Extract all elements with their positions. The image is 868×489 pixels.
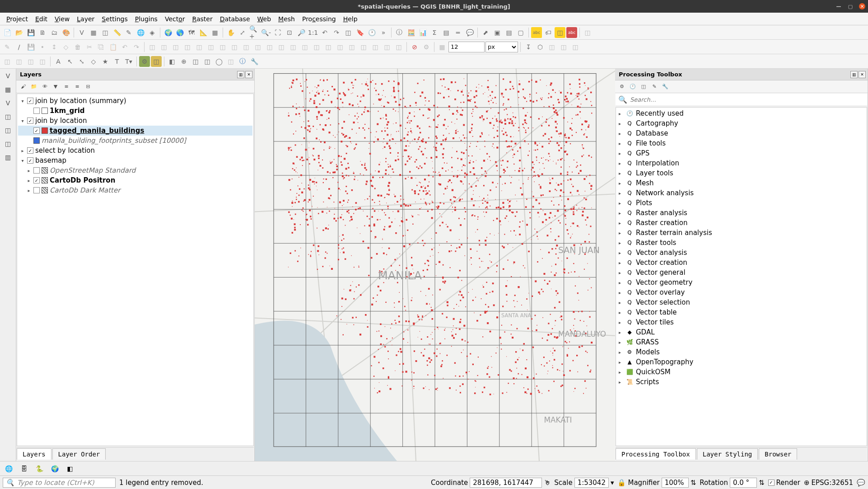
expand-icon[interactable]: ▸ [619, 300, 623, 305]
expand-icon[interactable]: ▸ [619, 240, 623, 245]
toolbox-undock-icon[interactable]: ▥ [850, 71, 858, 78]
toolbox-category[interactable]: ▸QDatabase [617, 128, 866, 138]
select-by-icon[interactable]: ▤ [504, 27, 514, 38]
toolbox-category[interactable]: ▸QVector tiles [617, 317, 866, 327]
layer-visibility-checkbox[interactable] [33, 127, 40, 134]
toolbox-category[interactable]: ▸QVector geometry [617, 277, 866, 287]
temporal-icon[interactable]: 🕐 [366, 27, 377, 38]
expand-icon[interactable]: ▸ [619, 360, 623, 365]
toolbox-category[interactable]: ▸◆GDAL [617, 327, 866, 337]
expand-icon[interactable]: ▸ [619, 370, 623, 375]
layer-visibility-checkbox[interactable] [33, 167, 40, 174]
pencil-icon[interactable]: ✎ [123, 27, 134, 38]
toolbox-category[interactable]: ▸QLayer tools [617, 168, 866, 178]
zoom-last-icon[interactable]: ↶ [319, 27, 330, 38]
snap-v-icon[interactable]: ↧ [523, 42, 534, 52]
calculator-icon[interactable]: 🧮 [406, 27, 416, 38]
layer-visibility-checkbox[interactable] [33, 108, 40, 114]
layer-node[interactable]: ▸CartoDb Positron [18, 175, 252, 185]
toolbox-category[interactable]: ▸🟩QuickOSM [617, 367, 866, 377]
minimize-button[interactable]: — [835, 3, 842, 9]
expand-icon[interactable]: ▸ [619, 280, 623, 285]
new-print-layout-icon[interactable]: 🗎 [37, 27, 48, 38]
raster-add-icon[interactable]: ▦ [88, 27, 99, 38]
toolbox-category[interactable]: ▸QVector analysis [617, 248, 866, 258]
rotation-value[interactable]: 0.0 ° [730, 478, 757, 488]
expand-icon[interactable]: ▾ [20, 99, 25, 103]
toolbox-history-icon[interactable]: 🕐 [629, 83, 637, 91]
panel-close-icon[interactable]: ✕ [245, 71, 252, 78]
annotation-poly-icon[interactable]: ◇ [88, 56, 99, 67]
gear-icon[interactable]: ⚙ [139, 56, 150, 67]
layer-node[interactable]: ▸CartoDb Dark Matter [18, 185, 252, 195]
layer-node[interactable]: ▾join by location (summary) [18, 96, 252, 106]
measure-line-icon[interactable]: ═ [453, 27, 463, 38]
layer-node[interactable]: ▸select by location [18, 146, 252, 155]
expand-icon[interactable]: ▸ [26, 168, 32, 173]
toolbox-category[interactable]: ▸QRaster terrain analysis [617, 228, 866, 238]
expand-icon[interactable]: ▸ [619, 380, 623, 385]
layer-visibility-checkbox[interactable] [27, 157, 33, 164]
layer-node[interactable]: manila_building_footprints_subset [10000… [18, 136, 252, 146]
globe-icon[interactable]: 🌍 [163, 27, 173, 38]
zoom-next-icon[interactable]: ↷ [331, 27, 342, 38]
expand-icon[interactable]: ▸ [619, 161, 623, 166]
messages-icon[interactable]: 💬 [857, 479, 865, 487]
layer-visibility-checkbox[interactable] [33, 177, 40, 183]
expand-icon[interactable]: ▾ [20, 158, 25, 163]
magnifier-value[interactable]: 100% [662, 478, 689, 488]
menu-project[interactable]: Project [3, 14, 32, 24]
pan-selection-icon[interactable]: ⤢ [237, 27, 248, 38]
toolbox-category[interactable]: ▸QVector selection [617, 297, 866, 307]
lock-icon[interactable]: 🔒 [617, 479, 626, 487]
toolbox-category[interactable]: ▸QNetwork analysis [617, 188, 866, 198]
plugin-icon[interactable]: ◧ [65, 464, 75, 474]
t3-d-icon[interactable]: ◫ [202, 56, 213, 67]
history-icon[interactable]: ◫ [151, 56, 162, 67]
toolbox-category[interactable]: ▸🕐Recently used [617, 108, 866, 118]
side-gps-icon[interactable]: ◫ [3, 138, 14, 149]
expand-icon[interactable]: ▸ [619, 290, 623, 295]
toolbox-category[interactable]: ▸QVector table [617, 307, 866, 317]
globe-icon[interactable]: 🌐 [4, 464, 14, 474]
t3-a-icon[interactable]: ◧ [167, 56, 177, 67]
tab-browser[interactable]: Browser [759, 448, 797, 460]
expand-icon[interactable]: ▸ [619, 171, 623, 176]
placeholder-icon[interactable]: ◫ [582, 27, 593, 38]
style-icon[interactable]: 🖌 [19, 83, 27, 91]
expand-icon[interactable]: ▸ [619, 141, 623, 146]
expand-icon[interactable]: ▸ [619, 330, 623, 335]
sigma-icon[interactable]: Σ [429, 27, 440, 38]
new-map-view-icon[interactable]: ◫ [343, 27, 354, 38]
world-add-icon[interactable]: 🌐 [135, 27, 146, 38]
toolbox-category[interactable]: ▸QCartography [617, 118, 866, 128]
side-add-vector-icon[interactable]: V [3, 71, 14, 81]
layers-tree[interactable]: ▾join by location (summary)1km_grid▾join… [17, 94, 254, 446]
zoom-in-icon[interactable]: 🔍+ [249, 27, 260, 38]
side-memory-icon[interactable]: ◫ [3, 125, 14, 136]
render-checkbox[interactable] [768, 480, 775, 486]
style-manager-icon[interactable]: 🎨 [61, 27, 71, 38]
expand-icon[interactable]: ▸ [619, 340, 623, 345]
toolbox-results-icon[interactable]: ◫ [639, 83, 648, 91]
maximize-button[interactable]: ▢ [847, 3, 854, 9]
annotation-select-icon[interactable]: ↖ [65, 56, 75, 67]
rotation-spinner-icon[interactable]: ⇅ [759, 479, 765, 487]
map-tips-icon[interactable]: 💬 [464, 27, 475, 38]
label-mask-icon[interactable]: ◫ [555, 27, 565, 38]
vector-add-icon[interactable]: V [76, 27, 87, 38]
side-virtual-icon[interactable]: ◫ [3, 111, 14, 122]
extents-icon[interactable]: 🖰 [544, 479, 551, 487]
toolbox-close-icon[interactable]: ✕ [859, 71, 866, 78]
annotation-move-icon[interactable]: ⤡ [76, 56, 87, 67]
t3-b-icon[interactable]: ⊕ [178, 56, 189, 67]
crs-icon[interactable]: ⊕ [804, 479, 810, 487]
label-icon[interactable]: abc [531, 27, 542, 38]
expand-icon[interactable]: ≡ [62, 83, 70, 91]
add-group-icon[interactable]: 📁 [30, 83, 38, 91]
expand-icon[interactable]: ▸ [619, 131, 623, 136]
panel-undock-icon[interactable]: ▥ [237, 71, 244, 78]
remove-icon[interactable]: ⊟ [84, 83, 92, 91]
layer-node[interactable]: ▾join by location [18, 116, 252, 126]
select-arrow-icon[interactable]: ⬈ [480, 27, 491, 38]
